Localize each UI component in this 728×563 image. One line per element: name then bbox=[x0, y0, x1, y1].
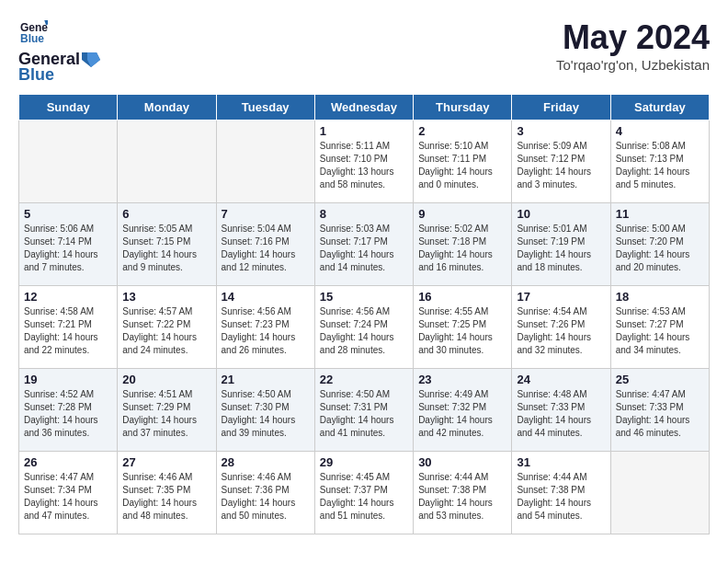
calendar-cell: 18Sunrise: 4:53 AMSunset: 7:27 PMDayligh… bbox=[610, 286, 709, 369]
day-info: Sunrise: 5:01 AMSunset: 7:19 PMDaylight:… bbox=[517, 223, 605, 274]
logo-arrow-icon bbox=[80, 51, 100, 69]
calendar-cell: 12Sunrise: 4:58 AMSunset: 7:21 PMDayligh… bbox=[19, 286, 118, 369]
day-info: Sunrise: 5:09 AMSunset: 7:12 PMDaylight:… bbox=[517, 140, 605, 191]
day-number: 27 bbox=[122, 455, 210, 469]
day-header-sunday: Sunday bbox=[19, 95, 118, 121]
day-number: 22 bbox=[320, 373, 408, 386]
day-info: Sunrise: 5:10 AMSunset: 7:11 PMDaylight:… bbox=[418, 140, 506, 191]
day-info: Sunrise: 4:52 AMSunset: 7:28 PMDaylight:… bbox=[24, 388, 112, 440]
calendar-header-row: SundayMondayTuesdayWednesdayThursdayFrid… bbox=[19, 95, 710, 121]
day-number: 28 bbox=[222, 455, 310, 469]
day-number: 14 bbox=[222, 290, 310, 304]
day-info: Sunrise: 5:11 AMSunset: 7:10 PMDaylight:… bbox=[320, 140, 408, 191]
day-info: Sunrise: 4:46 AMSunset: 7:35 PMDaylight:… bbox=[122, 471, 210, 523]
page-header: General Blue General Blue May 2024 To'rq… bbox=[18, 18, 710, 85]
calendar-cell: 29Sunrise: 4:45 AMSunset: 7:37 PMDayligh… bbox=[314, 452, 413, 534]
day-number: 21 bbox=[222, 373, 310, 386]
title-block: May 2024 To'rqao'rg'on, Uzbekistan bbox=[556, 18, 710, 73]
calendar-table: SundayMondayTuesdayWednesdayThursdayFrid… bbox=[18, 94, 710, 534]
day-number: 23 bbox=[418, 373, 506, 386]
day-number: 19 bbox=[24, 373, 112, 386]
calendar-cell: 24Sunrise: 4:48 AMSunset: 7:33 PMDayligh… bbox=[512, 369, 610, 452]
day-header-tuesday: Tuesday bbox=[216, 95, 314, 121]
day-info: Sunrise: 4:46 AMSunset: 7:36 PMDaylight:… bbox=[222, 471, 310, 523]
calendar-cell: 9Sunrise: 5:02 AMSunset: 7:18 PMDaylight… bbox=[414, 203, 512, 286]
calendar-cell: 8Sunrise: 5:03 AMSunset: 7:17 PMDaylight… bbox=[314, 203, 413, 286]
day-info: Sunrise: 4:44 AMSunset: 7:38 PMDaylight:… bbox=[517, 471, 605, 523]
logo: General Blue General Blue bbox=[18, 18, 100, 85]
day-info: Sunrise: 4:50 AMSunset: 7:31 PMDaylight:… bbox=[320, 388, 408, 440]
day-number: 16 bbox=[418, 290, 506, 304]
day-header-monday: Monday bbox=[118, 95, 216, 121]
day-number: 8 bbox=[320, 207, 408, 221]
day-number: 10 bbox=[517, 207, 605, 221]
day-number: 30 bbox=[418, 455, 506, 469]
day-number: 26 bbox=[24, 455, 112, 469]
day-info: Sunrise: 4:47 AMSunset: 7:34 PMDaylight:… bbox=[24, 471, 112, 523]
calendar-body: 1Sunrise: 5:11 AMSunset: 7:10 PMDaylight… bbox=[19, 121, 710, 534]
calendar-cell: 2Sunrise: 5:10 AMSunset: 7:11 PMDaylight… bbox=[414, 121, 512, 203]
day-info: Sunrise: 5:04 AMSunset: 7:16 PMDaylight:… bbox=[222, 223, 310, 274]
day-header-friday: Friday bbox=[512, 95, 610, 121]
day-number: 2 bbox=[418, 124, 506, 138]
day-info: Sunrise: 5:08 AMSunset: 7:13 PMDaylight:… bbox=[616, 140, 704, 191]
day-info: Sunrise: 4:48 AMSunset: 7:33 PMDaylight:… bbox=[517, 388, 605, 440]
calendar-cell: 11Sunrise: 5:00 AMSunset: 7:20 PMDayligh… bbox=[610, 203, 709, 286]
day-info: Sunrise: 4:55 AMSunset: 7:25 PMDaylight:… bbox=[418, 305, 506, 357]
day-info: Sunrise: 4:58 AMSunset: 7:21 PMDaylight:… bbox=[24, 305, 112, 357]
day-number: 11 bbox=[616, 207, 704, 221]
day-number: 31 bbox=[517, 455, 605, 469]
day-number: 9 bbox=[418, 207, 506, 221]
day-info: Sunrise: 5:05 AMSunset: 7:15 PMDaylight:… bbox=[122, 223, 210, 274]
day-info: Sunrise: 4:45 AMSunset: 7:37 PMDaylight:… bbox=[320, 471, 408, 523]
day-header-saturday: Saturday bbox=[610, 95, 709, 121]
calendar-cell: 13Sunrise: 4:57 AMSunset: 7:22 PMDayligh… bbox=[118, 286, 216, 369]
calendar-cell: 4Sunrise: 5:08 AMSunset: 7:13 PMDaylight… bbox=[610, 121, 709, 203]
calendar-cell bbox=[19, 121, 118, 203]
day-header-thursday: Thursday bbox=[414, 95, 512, 121]
calendar-cell bbox=[118, 121, 216, 203]
location: To'rqao'rg'on, Uzbekistan bbox=[556, 57, 710, 73]
calendar-cell: 17Sunrise: 4:54 AMSunset: 7:26 PMDayligh… bbox=[512, 286, 610, 369]
calendar-cell bbox=[610, 452, 709, 534]
calendar-cell: 3Sunrise: 5:09 AMSunset: 7:12 PMDaylight… bbox=[512, 121, 610, 203]
calendar-cell: 23Sunrise: 4:49 AMSunset: 7:32 PMDayligh… bbox=[414, 369, 512, 452]
calendar-cell bbox=[216, 121, 314, 203]
day-info: Sunrise: 5:06 AMSunset: 7:14 PMDaylight:… bbox=[24, 223, 112, 274]
day-number: 3 bbox=[517, 124, 605, 138]
day-number: 25 bbox=[616, 373, 704, 386]
day-info: Sunrise: 5:00 AMSunset: 7:20 PMDaylight:… bbox=[616, 223, 704, 274]
calendar-cell: 14Sunrise: 4:56 AMSunset: 7:23 PMDayligh… bbox=[216, 286, 314, 369]
calendar-cell: 16Sunrise: 4:55 AMSunset: 7:25 PMDayligh… bbox=[414, 286, 512, 369]
day-number: 5 bbox=[24, 207, 112, 221]
calendar-week-2: 5Sunrise: 5:06 AMSunset: 7:14 PMDaylight… bbox=[19, 203, 710, 286]
day-info: Sunrise: 4:50 AMSunset: 7:30 PMDaylight:… bbox=[222, 388, 310, 440]
day-info: Sunrise: 4:53 AMSunset: 7:27 PMDaylight:… bbox=[616, 305, 704, 357]
calendar-cell: 19Sunrise: 4:52 AMSunset: 7:28 PMDayligh… bbox=[19, 369, 118, 452]
calendar-cell: 20Sunrise: 4:51 AMSunset: 7:29 PMDayligh… bbox=[118, 369, 216, 452]
calendar-cell: 25Sunrise: 4:47 AMSunset: 7:33 PMDayligh… bbox=[610, 369, 709, 452]
calendar-cell: 10Sunrise: 5:01 AMSunset: 7:19 PMDayligh… bbox=[512, 203, 610, 286]
calendar-cell: 30Sunrise: 4:44 AMSunset: 7:38 PMDayligh… bbox=[414, 452, 512, 534]
calendar-cell: 5Sunrise: 5:06 AMSunset: 7:14 PMDaylight… bbox=[19, 203, 118, 286]
day-info: Sunrise: 4:47 AMSunset: 7:33 PMDaylight:… bbox=[616, 388, 704, 440]
calendar-cell: 28Sunrise: 4:46 AMSunset: 7:36 PMDayligh… bbox=[216, 452, 314, 534]
month-title: May 2024 bbox=[556, 18, 710, 57]
day-number: 4 bbox=[616, 124, 704, 138]
day-number: 24 bbox=[517, 373, 605, 386]
day-info: Sunrise: 4:54 AMSunset: 7:26 PMDaylight:… bbox=[517, 305, 605, 357]
day-number: 12 bbox=[24, 290, 112, 304]
day-info: Sunrise: 4:56 AMSunset: 7:23 PMDaylight:… bbox=[222, 305, 310, 357]
calendar-week-3: 12Sunrise: 4:58 AMSunset: 7:21 PMDayligh… bbox=[19, 286, 710, 369]
day-number: 15 bbox=[320, 290, 408, 304]
day-info: Sunrise: 4:51 AMSunset: 7:29 PMDaylight:… bbox=[122, 388, 210, 440]
day-number: 1 bbox=[320, 124, 408, 138]
day-info: Sunrise: 5:02 AMSunset: 7:18 PMDaylight:… bbox=[418, 223, 506, 274]
day-info: Sunrise: 4:44 AMSunset: 7:38 PMDaylight:… bbox=[418, 471, 506, 523]
day-number: 20 bbox=[122, 373, 210, 386]
calendar-cell: 27Sunrise: 4:46 AMSunset: 7:35 PMDayligh… bbox=[118, 452, 216, 534]
calendar-cell: 22Sunrise: 4:50 AMSunset: 7:31 PMDayligh… bbox=[314, 369, 413, 452]
calendar-cell: 15Sunrise: 4:56 AMSunset: 7:24 PMDayligh… bbox=[314, 286, 413, 369]
day-info: Sunrise: 4:49 AMSunset: 7:32 PMDaylight:… bbox=[418, 388, 506, 440]
day-number: 6 bbox=[122, 207, 210, 221]
